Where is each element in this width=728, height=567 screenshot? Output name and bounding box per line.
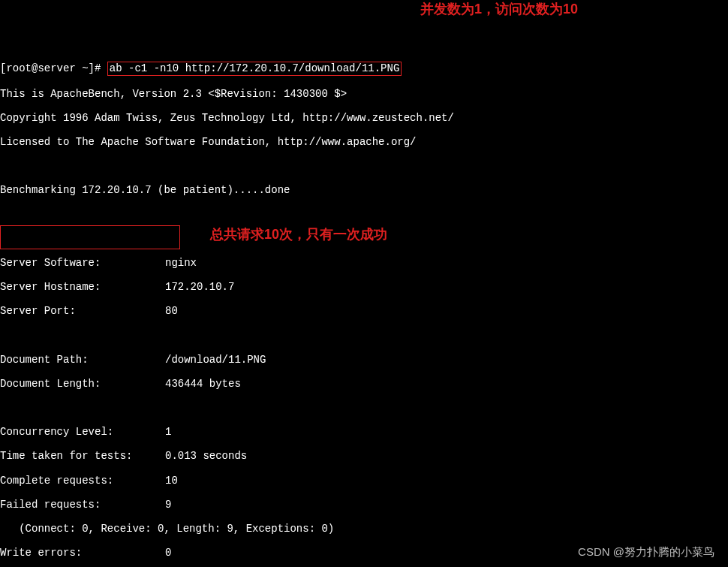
- complete-requests-value: 10: [165, 475, 178, 487]
- complete-requests-label: Complete requests:: [0, 475, 165, 487]
- command-text[interactable]: ab -c1 -n10 http://172.20.10.7/download/…: [110, 62, 399, 74]
- benchmarking-line: Benchmarking 172.20.10.7 (be patient)...…: [0, 184, 728, 196]
- server-port-value: 80: [165, 305, 178, 317]
- server-hostname-label: Server Hostname:: [0, 281, 165, 293]
- server-port-label: Server Port:: [0, 305, 165, 317]
- license-line: Licensed to The Apache Software Foundati…: [0, 136, 728, 148]
- write-errors-value: 0: [165, 547, 171, 559]
- apache-bench-version: This is ApacheBench, Version 2.3 <$Revis…: [0, 88, 728, 100]
- time-taken-value: 0.013 seconds: [165, 450, 247, 462]
- failed-requests-value: 9: [165, 499, 171, 511]
- document-path-value: /download/11.PNG: [165, 354, 266, 366]
- command-box: ab -c1 -n10 http://172.20.10.7/download/…: [107, 62, 402, 75]
- time-taken-label: Time taken for tests:: [0, 450, 165, 462]
- terminal-output: [root@server ~]# ab -c1 -n10 http://172.…: [0, 48, 728, 567]
- document-length-value: 436444 bytes: [165, 378, 241, 390]
- failed-requests-label: Failed requests:: [0, 499, 165, 511]
- server-software-label: Server Software:: [0, 257, 165, 269]
- concurrency-level-label: Concurrency Level:: [0, 426, 165, 438]
- copyright-line: Copyright 1996 Adam Twiss, Zeus Technolo…: [0, 112, 728, 124]
- annotation-concurrency: 并发数为1，访问次数为10: [420, 2, 578, 17]
- shell-prompt: [root@server ~]#: [0, 62, 107, 74]
- server-hostname-value: 172.20.10.7: [165, 281, 234, 293]
- concurrency-level-value: 1: [165, 426, 171, 438]
- csdn-watermark: CSDN @努力扑腾的小菜鸟: [578, 545, 714, 558]
- failed-requests-detail: (Connect: 0, Receive: 0, Length: 9, Exce…: [0, 523, 728, 535]
- write-errors-label: Write errors:: [0, 547, 165, 559]
- server-software-value: nginx: [165, 257, 197, 269]
- document-length-label: Document Length:: [0, 378, 165, 390]
- document-path-label: Document Path:: [0, 354, 165, 366]
- annotation-requests: 总共请求10次，只有一次成功: [210, 227, 387, 243]
